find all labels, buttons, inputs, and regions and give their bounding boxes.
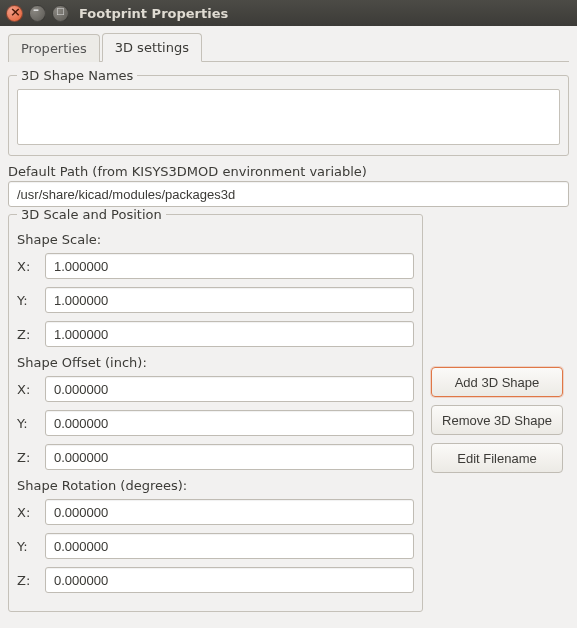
default-path-label: Default Path (from KISYS3DMOD environmen…: [8, 164, 569, 179]
rotation-z-label: Z:: [17, 573, 35, 588]
offset-z-label: Z:: [17, 450, 35, 465]
shape-names-list[interactable]: [17, 89, 560, 145]
title-bar: Footprint Properties: [0, 0, 577, 26]
shape-names-legend: 3D Shape Names: [17, 68, 137, 83]
default-path-input[interactable]: [8, 181, 569, 207]
rotation-y-input[interactable]: [45, 533, 414, 559]
offset-z-input[interactable]: [45, 444, 414, 470]
scale-x-input[interactable]: [45, 253, 414, 279]
tab-properties[interactable]: Properties: [8, 34, 100, 62]
tab-bar: Properties 3D settings: [8, 32, 569, 62]
close-icon[interactable]: [6, 5, 23, 22]
add-3d-shape-button[interactable]: Add 3D Shape: [431, 367, 563, 397]
shape-rotation-label: Shape Rotation (degrees):: [17, 478, 414, 493]
rotation-y-label: Y:: [17, 539, 35, 554]
side-buttons: Add 3D Shape Remove 3D Shape Edit Filena…: [431, 367, 563, 473]
offset-x-input[interactable]: [45, 376, 414, 402]
tab-3d-settings[interactable]: 3D settings: [102, 33, 202, 62]
shape-offset-label: Shape Offset (inch):: [17, 355, 414, 370]
remove-3d-shape-button[interactable]: Remove 3D Shape: [431, 405, 563, 435]
scale-z-label: Z:: [17, 327, 35, 342]
edit-filename-button[interactable]: Edit Filename: [431, 443, 563, 473]
shape-names-group: 3D Shape Names: [8, 68, 569, 156]
maximize-icon[interactable]: [52, 5, 69, 22]
shape-scale-label: Shape Scale:: [17, 232, 414, 247]
scale-y-label: Y:: [17, 293, 35, 308]
scale-position-group: 3D Scale and Position Shape Scale: X: Y:…: [8, 207, 423, 612]
offset-y-label: Y:: [17, 416, 35, 431]
rotation-z-input[interactable]: [45, 567, 414, 593]
offset-y-input[interactable]: [45, 410, 414, 436]
scale-y-input[interactable]: [45, 287, 414, 313]
scale-x-label: X:: [17, 259, 35, 274]
rotation-x-input[interactable]: [45, 499, 414, 525]
dialog-content: Properties 3D settings 3D Shape Names De…: [0, 26, 577, 626]
scale-position-legend: 3D Scale and Position: [17, 207, 166, 222]
offset-x-label: X:: [17, 382, 35, 397]
rotation-x-label: X:: [17, 505, 35, 520]
minimize-icon[interactable]: [29, 5, 46, 22]
scale-z-input[interactable]: [45, 321, 414, 347]
window-title: Footprint Properties: [79, 6, 228, 21]
